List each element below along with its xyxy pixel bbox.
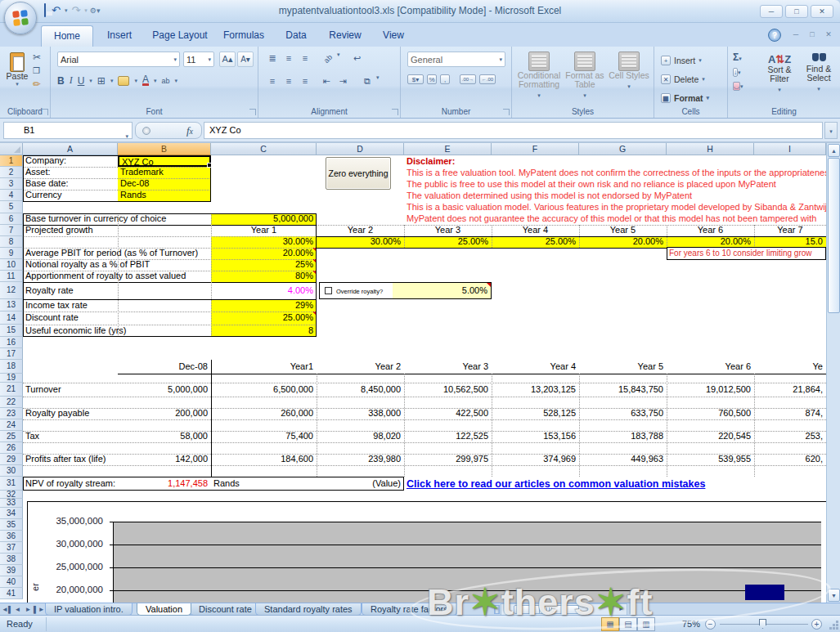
number-dialog-launcher[interactable]: [503, 109, 510, 115]
view-normal-button[interactable]: ▦: [601, 617, 619, 631]
scroll-right-button[interactable]: ►: [618, 606, 624, 612]
cell-B29[interactable]: 142,000: [118, 454, 211, 465]
scroll-down-button[interactable]: ▼: [828, 589, 840, 602]
last-sheet-button[interactable]: ▌►: [34, 604, 44, 615]
tab-home[interactable]: Home: [41, 25, 93, 47]
row-header-7[interactable]: 7: [0, 225, 23, 236]
decrease-font-button[interactable]: A▾: [237, 52, 254, 67]
save-button[interactable]: [43, 3, 47, 18]
cell-A1[interactable]: Company:: [23, 155, 118, 167]
row-header-33[interactable]: 33: [0, 499, 23, 508]
align-center-button[interactable]: ≡: [281, 74, 296, 87]
cell-F29[interactable]: 374,969: [492, 454, 579, 465]
cell-F8[interactable]: 25.00%: [492, 236, 579, 248]
tab-view[interactable]: View: [371, 25, 416, 47]
column-header-D[interactable]: D: [317, 143, 404, 155]
workbook-close-button[interactable]: ✕: [820, 29, 837, 41]
row-header-9[interactable]: 9: [0, 248, 23, 259]
cell-G18[interactable]: Year 5: [579, 360, 667, 374]
row-header-13[interactable]: 13: [0, 299, 23, 312]
cell-C25[interactable]: 75,400: [211, 431, 317, 442]
row-header-22[interactable]: 22: [0, 397, 23, 408]
scroll-up-button[interactable]: ▲: [828, 144, 840, 157]
cell-E7[interactable]: Year 3: [404, 225, 492, 236]
undo-button[interactable]: ↶: [50, 3, 62, 18]
conditional-formatting-button[interactable]: Conditional Formatting ▾: [517, 52, 561, 99]
row-header-1[interactable]: 1: [0, 155, 23, 167]
increase-font-button[interactable]: A▴: [219, 52, 236, 67]
row-header-30[interactable]: 30: [0, 465, 23, 477]
row-header-10[interactable]: 10: [0, 259, 23, 271]
insert-cells-button[interactable]: +Insert▾: [661, 53, 709, 68]
override-royalty-checkbox[interactable]: [325, 287, 332, 294]
row-header-23[interactable]: 23: [0, 408, 23, 419]
align-top-button[interactable]: ≣: [265, 52, 280, 64]
scroll-left-button[interactable]: ◄: [504, 606, 510, 612]
format-as-table-button[interactable]: Format as Table ▾: [563, 52, 607, 99]
cell-D25[interactable]: 98,020: [317, 431, 404, 442]
override-royalty-value[interactable]: 5.00%: [393, 283, 491, 298]
cell-D23[interactable]: 338,000: [317, 408, 404, 419]
select-all-corner[interactable]: [0, 143, 23, 155]
cell-E25[interactable]: 122,525: [404, 431, 492, 442]
row-header-2[interactable]: 2: [0, 167, 23, 178]
row-header-35[interactable]: 35: [0, 519, 23, 531]
phonetic-dropdown-icon[interactable]: ▾: [175, 78, 178, 84]
cell-I18[interactable]: Ye: [754, 360, 826, 374]
cell-A29[interactable]: Profits after tax (life): [23, 454, 118, 465]
view-page-break-button[interactable]: ▥: [637, 617, 655, 631]
row-header-12[interactable]: 12: [0, 282, 23, 299]
cell-C10[interactable]: 25%: [211, 259, 317, 271]
tab-review[interactable]: Review: [319, 25, 371, 47]
cell-A9[interactable]: Average PBIT for period (as % of Turnove…: [23, 248, 118, 259]
cell-H18[interactable]: Year 6: [667, 360, 754, 374]
alignment-dialog-launcher[interactable]: [392, 109, 398, 115]
align-right-button[interactable]: ≡: [298, 74, 312, 87]
cell-F7[interactable]: Year 4: [492, 225, 579, 236]
turnover-chart[interactable]: 35,000,000 30,000,000 25,000,000 20,000,…: [27, 501, 826, 603]
tab-data[interactable]: Data: [273, 25, 319, 47]
borders-button[interactable]: ⊞: [97, 75, 106, 87]
cell-B25[interactable]: 58,000: [118, 431, 211, 442]
formula-input[interactable]: XYZ Co: [204, 122, 823, 139]
sheet-tab-valuation[interactable]: Valuation: [137, 603, 191, 616]
cell-B2[interactable]: Trademark: [118, 167, 211, 178]
horizontal-scroll-thumb[interactable]: [514, 605, 579, 614]
font-size-select[interactable]: 11▾: [183, 52, 214, 67]
cell-H25[interactable]: 220,545: [667, 431, 754, 442]
row-header-41[interactable]: 41: [0, 588, 23, 599]
find-select-button[interactable]: Find & Select ▾: [800, 53, 838, 92]
borders-dropdown-icon[interactable]: ▾: [110, 78, 114, 84]
cell-C23[interactable]: 260,000: [211, 408, 317, 419]
cell-B31[interactable]: 1,147,458: [118, 477, 211, 491]
restore-button[interactable]: □: [785, 5, 808, 18]
cell-G7[interactable]: Year 5: [579, 225, 667, 236]
fill-color-button[interactable]: [118, 76, 129, 86]
cell-A31[interactable]: NPV of royalty stream:: [23, 477, 118, 491]
fx-icon[interactable]: fx: [186, 124, 193, 137]
tab-splitter[interactable]: [494, 605, 500, 614]
font-name-select[interactable]: Arial▾: [57, 52, 180, 67]
cell-F21[interactable]: 13,203,125: [492, 383, 579, 397]
row-header-36[interactable]: 36: [0, 531, 23, 542]
font-color-dropdown-icon[interactable]: ▾: [154, 78, 157, 84]
row-header-24[interactable]: 24: [0, 419, 23, 431]
column-header-G[interactable]: G: [579, 143, 667, 155]
row-header-15[interactable]: 15: [0, 325, 23, 337]
row-header-29[interactable]: 29: [0, 454, 23, 465]
first-sheet-button[interactable]: ◄▌: [2, 604, 12, 615]
delete-cells-button[interactable]: ✕Delete▾: [661, 72, 709, 87]
tab-formulas[interactable]: Formulas: [214, 25, 273, 47]
cell-A14[interactable]: Discount rate: [23, 312, 118, 325]
resize-grip[interactable]: [829, 620, 838, 630]
view-page-layout-button[interactable]: ▤: [619, 617, 637, 631]
help-icon[interactable]: ?: [768, 29, 781, 42]
close-button[interactable]: ✕: [811, 5, 833, 18]
cell-E23[interactable]: 422,500: [404, 408, 492, 419]
next-sheet-button[interactable]: ►: [23, 604, 34, 615]
horizontal-scrollbar[interactable]: ◄ ►: [501, 603, 627, 616]
row-header-6[interactable]: 6: [0, 213, 23, 225]
clipboard-dialog-launcher[interactable]: [42, 109, 48, 115]
cell-B23[interactable]: 200,000: [118, 408, 211, 419]
row-header-3[interactable]: 3: [0, 178, 23, 190]
